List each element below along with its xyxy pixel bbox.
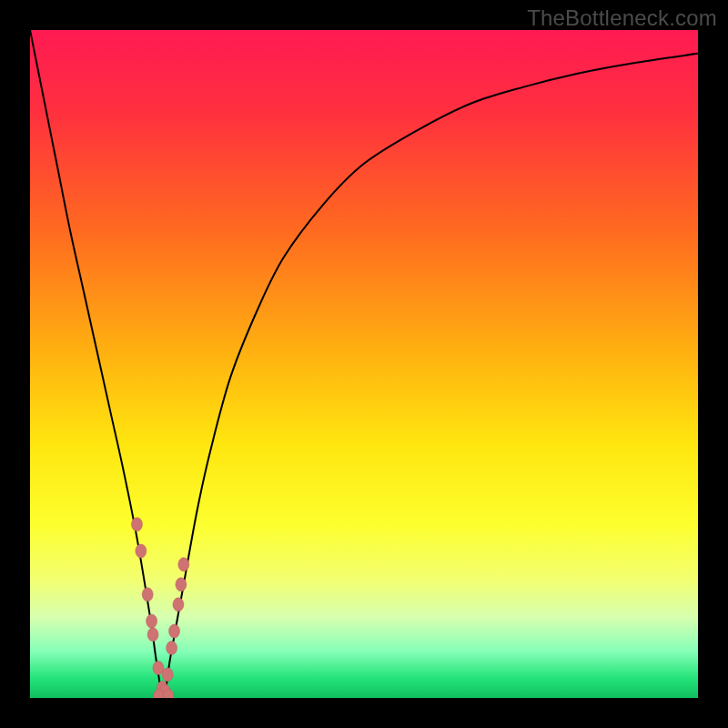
curve-marker — [142, 588, 153, 602]
curve-marker — [173, 598, 184, 612]
curve-marker — [176, 578, 187, 592]
curve-marker — [147, 628, 158, 642]
outer-frame: TheBottleneck.com — [0, 0, 728, 728]
curve-marker — [131, 518, 142, 531]
curve-marker — [162, 668, 173, 682]
plot-area — [30, 30, 698, 698]
curve-marker — [169, 624, 180, 638]
curve-marker — [147, 614, 157, 628]
gradient-background — [30, 30, 698, 698]
curve-marker — [167, 641, 177, 654]
chart-svg — [30, 30, 698, 698]
curve-marker — [136, 544, 147, 558]
curve-marker — [178, 558, 189, 571]
curve-marker — [153, 661, 164, 674]
watermark-text: TheBottleneck.com — [527, 5, 717, 31]
